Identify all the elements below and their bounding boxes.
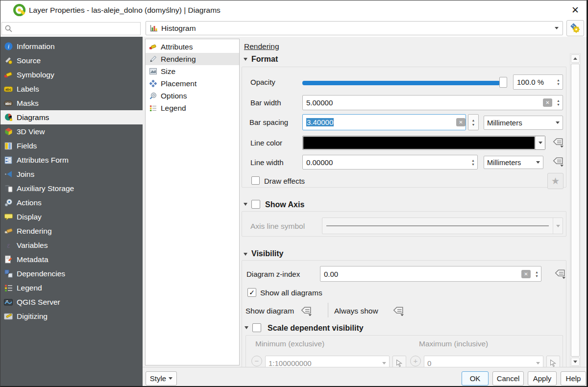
sidebar-item-label: Attributes Form — [17, 156, 69, 165]
scale-dependent-collapse-icon[interactable] — [245, 326, 248, 329]
clear-value-icon[interactable]: ✕ — [543, 98, 552, 107]
sidebar-item-rendering[interactable]: Rendering — [0, 224, 143, 238]
sidebar-item-legend[interactable]: Legend — [0, 281, 143, 295]
bar-width-spinbox[interactable]: 5.00000 ✕ ▲▼ — [302, 95, 563, 110]
tab-rendering[interactable]: Rendering — [146, 53, 239, 65]
set-min-scale-from-canvas-button[interactable] — [392, 356, 406, 367]
opacity-spinbox[interactable]: 100.0 % ▲▼ — [513, 74, 563, 90]
apply-button[interactable]: Apply — [528, 371, 557, 386]
sidebar-item-display[interactable]: Display — [0, 210, 143, 224]
search-input[interactable] — [13, 24, 140, 34]
window-title: Layer Properties - las-aleje_dolno (domy… — [29, 0, 220, 20]
bar-spacing-field[interactable]: 3.40000 ✕ — [302, 114, 466, 130]
visibility-collapse-icon[interactable] — [244, 253, 247, 256]
tab-size[interactable]: Size — [146, 65, 239, 77]
ok-button[interactable]: OK — [462, 371, 489, 386]
clear-value-icon[interactable]: ✕ — [456, 118, 466, 126]
line-width-data-defined-button[interactable] — [550, 155, 566, 169]
minimum-scale-combobox[interactable]: 1:100000000 — [265, 356, 390, 367]
sidebar-item-variables[interactable]: ε Variables — [0, 238, 143, 252]
show-axis-checkbox[interactable] — [251, 200, 260, 209]
bar-spacing-unit-combobox[interactable]: Millimeters — [484, 116, 563, 130]
z-index-data-defined-button[interactable] — [552, 267, 568, 281]
star-icon: ★ — [551, 175, 560, 187]
scale-dependent-checkbox[interactable] — [252, 323, 261, 332]
sidebar-item-attributes-form[interactable]: Attributes Form — [0, 153, 143, 167]
set-max-scale-from-canvas-button[interactable] — [546, 356, 560, 367]
show-all-diagrams-checkbox[interactable]: ✓ — [247, 288, 256, 297]
sidebar-item-label: 3D View — [17, 127, 45, 136]
always-show-data-defined-button[interactable] — [392, 305, 405, 317]
line-color-data-defined-button[interactable] — [550, 136, 566, 150]
draw-effects-checkbox[interactable] — [251, 176, 260, 185]
line-color-swatch — [303, 137, 535, 149]
sidebar-item-label: Joins — [17, 170, 34, 179]
metadata-icon — [4, 255, 13, 264]
sidebar-item-diagrams[interactable]: Diagrams — [0, 110, 143, 124]
sidebar-item-actions[interactable]: Actions — [0, 195, 143, 210]
line-width-spin-buttons[interactable]: ▲▼ — [469, 159, 477, 166]
tab-placement[interactable]: Placement — [146, 77, 239, 90]
sidebar-item-label: Masks — [17, 99, 39, 108]
sidebar-item-digitizing[interactable]: Digitizing — [0, 309, 143, 323]
chevron-down-icon — [536, 161, 540, 164]
format-collapse-icon[interactable] — [244, 58, 247, 61]
maximum-scale-combobox[interactable]: 0 — [424, 356, 543, 367]
diagram-z-index-spinbox[interactable]: 0.00 ✕ ▲▼ — [320, 266, 541, 282]
sidebar-item-information[interactable]: i Information — [0, 39, 143, 53]
style-menu-button[interactable]: Style — [146, 371, 177, 386]
scroll-up-button[interactable] — [571, 54, 580, 63]
sidebar-item-source[interactable]: Source — [0, 53, 143, 68]
legend-icon — [4, 284, 13, 292]
scrollbar-thumb[interactable] — [571, 64, 580, 357]
line-width-spinbox[interactable]: 0.00000 ▲▼ — [302, 155, 478, 169]
diagram-type-combobox[interactable]: Histogram — [146, 21, 563, 35]
sidebar-item-labels[interactable]: abc Labels — [0, 82, 143, 96]
sidebar-item-dependencies[interactable]: Dependencies — [0, 266, 143, 281]
svg-text:ε: ε — [7, 242, 10, 249]
cancel-button[interactable]: Cancel — [492, 371, 524, 386]
opacity-label: Opacity — [250, 78, 275, 86]
chevron-down-icon — [553, 218, 563, 234]
bar-spacing-unit-value: Millimeters — [487, 119, 522, 127]
sidebar-item-joins[interactable]: Joins — [0, 167, 143, 181]
tab-attributes[interactable]: Attributes — [146, 41, 239, 53]
format-section-title: Format — [251, 55, 278, 64]
diagram-z-index-spin-buttons[interactable]: ▲▼ — [533, 270, 541, 278]
line-color-dropdown-arrow[interactable] — [535, 136, 545, 149]
sidebar-item-metadata[interactable]: Metadata — [0, 252, 143, 266]
close-icon[interactable]: ✕ — [567, 3, 584, 18]
scroll-down-button[interactable] — [571, 358, 580, 366]
automated-placement-settings-button[interactable] — [566, 20, 584, 36]
bar-width-spin-buttons[interactable]: ▲▼ — [554, 99, 563, 106]
sidebar-item-fields[interactable]: Fields — [0, 139, 143, 153]
customize-effects-button[interactable]: ★ — [547, 173, 564, 189]
chevron-down-icon — [555, 27, 559, 29]
sidebar-item-auxiliary-storage[interactable]: Auxiliary Storage — [0, 181, 143, 195]
opacity-slider-handle[interactable] — [499, 77, 507, 88]
sidebar-item-masks[interactable]: abc Masks — [0, 96, 143, 110]
tab-label: Placement — [161, 79, 196, 88]
sidebar-item-3d-view[interactable]: 3D View — [0, 124, 143, 139]
tab-options[interactable]: Options — [146, 90, 239, 102]
opacity-slider[interactable] — [302, 81, 500, 85]
bar-spacing-spin-buttons[interactable]: ▲▼ — [468, 114, 479, 130]
line-color-button[interactable] — [302, 136, 545, 150]
sidebar-item-symbology[interactable]: Symbology — [0, 68, 143, 82]
symbology-icon — [4, 71, 13, 79]
tab-label: Size — [161, 67, 175, 76]
sidebar-item-label: Diagrams — [17, 113, 49, 122]
vertical-scrollbar[interactable] — [570, 53, 581, 367]
sidebar-item-qgis-server[interactable]: QGIS Server — [0, 295, 143, 309]
show-axis-collapse-icon[interactable] — [244, 203, 247, 206]
display-icon — [4, 213, 13, 221]
line-width-unit-combobox[interactable]: Millimeters — [484, 156, 543, 169]
attributes-icon — [148, 43, 157, 51]
show-diagram-data-defined-button[interactable] — [299, 305, 313, 317]
rendering-pencil-icon — [148, 55, 157, 64]
tab-legend[interactable]: Legend — [146, 102, 239, 114]
clear-value-icon[interactable]: ✕ — [521, 270, 531, 278]
joins-icon — [4, 170, 13, 179]
opacity-spin-buttons[interactable]: ▲▼ — [554, 78, 563, 86]
help-button[interactable]: Help — [561, 371, 586, 386]
